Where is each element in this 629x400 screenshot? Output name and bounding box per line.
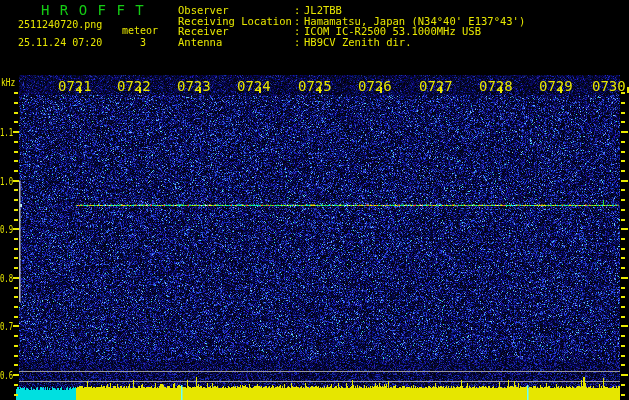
x-axis-time-label: 0728 [479,78,513,94]
station-info-value: JL2TBB [304,5,342,16]
y-axis-tick-label: 1.1 [0,126,16,139]
spectrogram-canvas [0,0,629,400]
x-axis-time-label: 0727 [419,78,453,94]
app-title: H R O F F T [41,2,145,18]
y-axis-unit-label: kHz [1,76,15,89]
station-info-row: Observer:JL2TBB [178,5,525,16]
station-info-separator: : [294,5,304,16]
x-axis-time-label: 0724 [237,78,271,94]
x-axis-time-label: 0723 [177,78,211,94]
capture-filename: 2511240720.png [18,19,102,30]
x-axis-time-label: 0722 [117,78,151,94]
x-axis-time-label: 0726 [358,78,392,94]
y-axis-tick-label: 0.8 [0,272,16,285]
station-info-label: Observer [178,5,294,16]
station-info-row: Antenna:HB9CV Zenith dir. [178,37,525,48]
y-axis-tick-label: 1.0 [0,175,16,188]
y-axis-tick-label: 0.6 [0,369,16,382]
x-axis-time-label: 0729 [539,78,573,94]
capture-datetime: 25.11.24 07:20 [18,37,102,48]
station-info: Observer:JL2TBBReceiving Location:Hamama… [178,5,525,47]
meteor-count: 3 [140,37,146,48]
mode-label: meteor [122,25,158,36]
station-info-value: HB9CV Zenith dir. [304,37,411,48]
x-axis-time-label: 0721 [58,78,92,94]
station-info-separator: : [294,37,304,48]
hrofft-screen: H R O F F T 2511240720.png meteor 25.11.… [0,0,629,400]
y-axis-tick-label: 0.9 [0,223,16,236]
station-info-label: Antenna [178,37,294,48]
x-axis-time-label: 0730 [592,78,626,94]
x-axis-time-label: 0725 [298,78,332,94]
y-axis-tick-label: 0.7 [0,320,16,333]
